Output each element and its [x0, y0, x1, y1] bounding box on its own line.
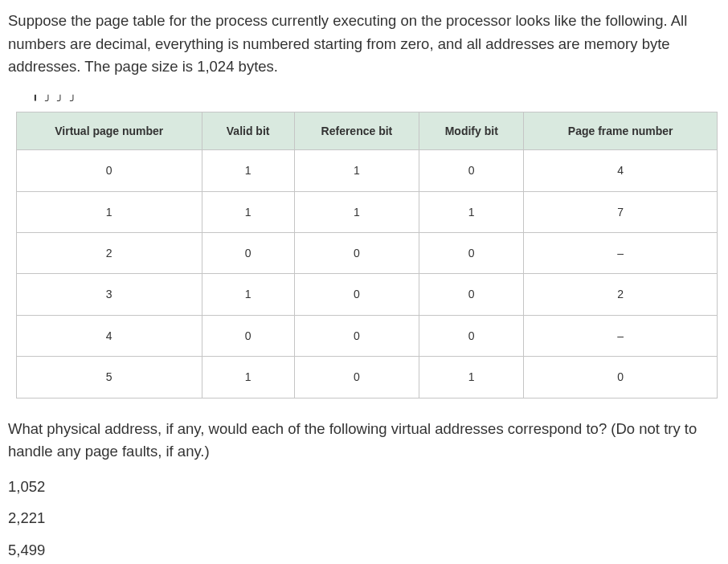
cell-valid: 1	[202, 357, 294, 398]
intro-paragraph: Suppose the page table for the process c…	[8, 10, 720, 79]
cell-frame: –	[524, 315, 718, 356]
cell-valid: 0	[202, 232, 294, 273]
cell-valid: 1	[202, 274, 294, 315]
table-body: 0 1 1 0 4 1 1 1 1 7 2 0 0 0 – 3 1 0 0 2	[17, 150, 718, 398]
table-row: 5 1 0 1 0	[17, 357, 718, 398]
header-frame: Page frame number	[524, 112, 718, 149]
virtual-address: 2,221	[8, 506, 720, 530]
header-mod: Modify bit	[419, 112, 524, 149]
table-row: 3 1 0 0 2	[17, 274, 718, 315]
cell-vpn: 5	[17, 357, 202, 398]
page-table: Virtual page number Valid bit Reference …	[16, 112, 718, 398]
cell-valid: 1	[202, 191, 294, 232]
cell-vpn: 3	[17, 274, 202, 315]
virtual-address: 5,499	[8, 538, 720, 562]
cell-ref: 1	[294, 150, 419, 191]
ruler-marks: ╹ ╯ ╯ ╯	[32, 93, 720, 110]
cell-frame: 7	[524, 191, 718, 232]
header-valid: Valid bit	[202, 112, 294, 149]
table-row: 1 1 1 1 7	[17, 191, 718, 232]
cell-mod: 1	[419, 357, 524, 398]
table-row: 0 1 1 0 4	[17, 150, 718, 191]
cell-mod: 1	[419, 191, 524, 232]
cell-vpn: 1	[17, 191, 202, 232]
question-paragraph: What physical address, if any, would eac…	[8, 418, 720, 464]
cell-ref: 0	[294, 274, 419, 315]
header-ref: Reference bit	[294, 112, 419, 149]
virtual-address: 1,052	[8, 475, 720, 499]
cell-frame: 4	[524, 150, 718, 191]
table-row: 2 0 0 0 –	[17, 232, 718, 273]
cell-mod: 0	[419, 274, 524, 315]
cell-ref: 1	[294, 191, 419, 232]
cell-valid: 1	[202, 150, 294, 191]
cell-frame: 0	[524, 357, 718, 398]
table-row: 4 0 0 0 –	[17, 315, 718, 356]
cell-vpn: 0	[17, 150, 202, 191]
cell-valid: 0	[202, 315, 294, 356]
cell-ref: 0	[294, 232, 419, 273]
cell-frame: –	[524, 232, 718, 273]
cell-mod: 0	[419, 150, 524, 191]
cell-mod: 0	[419, 232, 524, 273]
cell-frame: 2	[524, 274, 718, 315]
cell-ref: 0	[294, 357, 419, 398]
cell-ref: 0	[294, 315, 419, 356]
header-vpn: Virtual page number	[17, 112, 202, 149]
table-header-row: Virtual page number Valid bit Reference …	[17, 112, 718, 149]
cell-vpn: 2	[17, 232, 202, 273]
cell-vpn: 4	[17, 315, 202, 356]
cell-mod: 0	[419, 315, 524, 356]
